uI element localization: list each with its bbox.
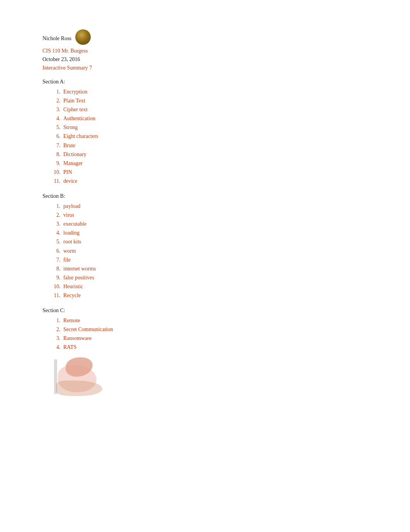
list-item-2-0: Remote: [62, 316, 410, 325]
avatar: [75, 29, 91, 45]
list-item-2-3: RATS: [62, 343, 410, 352]
list-item-0-5: Eight characters: [62, 132, 410, 141]
date-line: October 23, 2016: [42, 56, 410, 63]
list-item-1-7: internet worms: [62, 264, 410, 273]
section-2: Section C:RemoteSecret CommunicationRans…: [42, 308, 410, 398]
list-item-1-2: executable: [62, 219, 410, 228]
course-line: CIS 110 Mr. Burgess: [42, 48, 410, 54]
section-list-0: EncryptionPlain TextCipher textAuthentic…: [62, 87, 410, 185]
author-name: Nichole Ross: [42, 36, 71, 42]
title-line: Interactive Summary 7: [42, 65, 410, 71]
image-placeholder: [54, 355, 116, 398]
section-list-2: RemoteSecret CommunicationRansomwareRATS: [62, 316, 410, 352]
list-item-0-9: PIN: [62, 168, 410, 177]
section-0: Section A:EncryptionPlain TextCipher tex…: [42, 79, 410, 185]
list-item-0-1: Plain Text: [62, 96, 410, 105]
section-heading-0: Section A:: [42, 79, 410, 85]
list-item-2-2: Ransomware: [62, 334, 410, 343]
page-container: Nichole Ross CIS 110 Mr. Burgess October…: [42, 31, 410, 398]
list-item-0-8: Manager: [62, 159, 410, 168]
list-item-2-1: Secret Communication: [62, 325, 410, 334]
list-item-0-6: Brute: [62, 141, 410, 150]
section-heading-2: Section C:: [42, 308, 410, 314]
list-item-0-7: Dictionary: [62, 150, 410, 159]
list-item-1-8: false positives: [62, 273, 410, 282]
list-item-0-3: Authentication: [62, 114, 410, 123]
author-row: Nichole Ross: [42, 31, 410, 46]
list-item-1-4: root kits: [62, 237, 410, 246]
list-item-0-0: Encryption: [62, 87, 410, 96]
list-item-1-5: worm: [62, 246, 410, 255]
sections-container: Section A:EncryptionPlain TextCipher tex…: [42, 79, 410, 398]
list-item-1-1: virus: [62, 211, 410, 219]
header: Nichole Ross CIS 110 Mr. Burgess October…: [42, 31, 410, 76]
list-item-0-2: Cipher text: [62, 105, 410, 114]
list-item-0-10: device: [62, 177, 410, 185]
list-item-1-10: Recycle: [62, 291, 410, 300]
section-heading-1: Section B:: [42, 193, 410, 199]
section-list-1: payloadvirusexecutableloadingroot kitswo…: [62, 202, 410, 300]
list-item-1-0: payload: [62, 202, 410, 211]
list-item-1-9: Heuristic: [62, 282, 410, 291]
list-item-1-6: file: [62, 255, 410, 264]
list-item-1-3: loading: [62, 228, 410, 237]
list-item-0-4: Strong: [62, 123, 410, 132]
section-1: Section B:payloadvirusexecutableloadingr…: [42, 193, 410, 300]
